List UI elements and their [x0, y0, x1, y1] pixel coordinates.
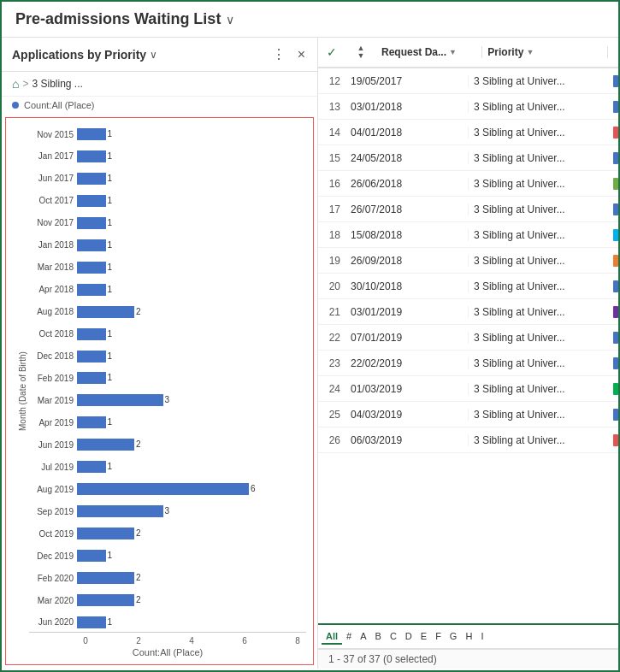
priority-indicator — [613, 127, 618, 139]
bar-fill[interactable] — [77, 150, 106, 162]
panel-actions: ⋮ × — [270, 44, 307, 64]
bar-row: Nov 20151 — [29, 125, 306, 144]
table-row[interactable]: 2207/01/20193 Sibling at Univer... — [318, 325, 618, 351]
bar-fill[interactable] — [77, 306, 134, 318]
bar-fill[interactable] — [77, 594, 134, 606]
table-row[interactable]: 2401/03/20193 Sibling at Univer... — [318, 376, 618, 402]
bar-track: 1 — [77, 262, 306, 274]
bar-fill[interactable] — [77, 372, 106, 384]
bar-fill[interactable] — [77, 416, 106, 428]
bar-fill[interactable] — [77, 394, 163, 406]
alpha-tab-g[interactable]: G — [446, 629, 462, 645]
cell-request-date: 04/03/2019 — [345, 409, 469, 421]
table-row[interactable]: 2322/02/20193 Sibling at Univer... — [318, 351, 618, 376]
bar-value-label: 2 — [136, 528, 141, 539]
table-row[interactable]: 2504/03/20193 Sibling at Univer... — [318, 402, 618, 427]
alpha-tab-e[interactable]: E — [416, 629, 431, 645]
bar-fill[interactable] — [77, 351, 106, 363]
alpha-tab-c[interactable]: C — [386, 629, 401, 645]
table-row[interactable]: 2606/03/20193 Sibling at Univer... — [318, 427, 618, 453]
alpha-tab-d[interactable]: D — [401, 629, 416, 645]
bar-label: Oct 2019 — [29, 529, 74, 539]
bar-value-label: 1 — [108, 195, 113, 207]
bar-value-label: 2 — [136, 594, 141, 606]
bar-row: Jul 20191 — [29, 457, 306, 476]
bar-track: 1 — [77, 217, 306, 229]
table-row[interactable]: 1926/09/20183 Sibling at Univer... — [318, 248, 618, 274]
bar-fill[interactable] — [77, 195, 106, 207]
table-row[interactable]: 1524/05/20183 Sibling at Univer... — [318, 145, 618, 171]
table-row[interactable]: 1303/01/20183 Sibling at Univer... — [318, 94, 618, 120]
title-bar: Pre-admissions Waiting List ∨ — [2, 2, 618, 38]
bar-fill[interactable] — [77, 128, 106, 140]
bar-label: Apr 2019 — [29, 418, 74, 427]
table-row[interactable]: 1219/05/20173 Sibling at Univer... — [318, 68, 618, 94]
alpha-tab-h[interactable]: H — [461, 629, 476, 645]
bar-fill[interactable] — [77, 483, 249, 495]
home-icon[interactable]: ⌂ — [12, 77, 19, 91]
priority-indicator — [613, 409, 618, 421]
more-options-button[interactable]: ⋮ — [270, 44, 287, 64]
check-column-header: ✓ — [318, 45, 345, 59]
bar-fill[interactable] — [77, 284, 106, 296]
status-text: 1 - 37 of 37 (0 selected) — [328, 653, 437, 665]
bar-track: 1 — [77, 372, 306, 384]
bar-row: Mar 20202 — [29, 591, 306, 610]
cell-priority: 3 Sibling at Univer... — [469, 203, 613, 215]
bar-row: Dec 20191 — [29, 546, 306, 565]
table-row[interactable]: 1815/08/20183 Sibling at Univer... — [318, 222, 618, 248]
sort-desc-icon[interactable]: ▼ — [357, 52, 365, 60]
bar-row: Jun 20171 — [29, 169, 306, 188]
alpha-tab-i[interactable]: I — [476, 629, 487, 645]
table-row[interactable]: 1626/06/20183 Sibling at Univer... — [318, 171, 618, 197]
bar-fill[interactable] — [77, 505, 163, 517]
alpha-tab-a[interactable]: A — [356, 629, 370, 645]
bar-value-label: 1 — [108, 461, 113, 473]
bar-label: Nov 2017 — [29, 218, 74, 227]
sort-buttons[interactable]: ▲ ▼ — [345, 44, 376, 60]
bar-row: Apr 20181 — [29, 280, 306, 299]
row-number: 12 — [318, 75, 345, 87]
close-panel-button[interactable]: × — [296, 45, 307, 64]
priority-sort-icon[interactable]: ▼ — [526, 48, 534, 56]
bar-track: 1 — [77, 195, 306, 207]
table-row[interactable]: 1404/01/20183 Sibling at Univer... — [318, 120, 618, 145]
bar-row: Apr 20191 — [29, 413, 306, 432]
bar-fill[interactable] — [77, 528, 134, 539]
bar-track: 1 — [77, 328, 306, 340]
bar-fill[interactable] — [77, 461, 106, 473]
chart-container: Month (Date of Birth) Nov 20151Jan 20171… — [16, 125, 306, 657]
alpha-tab-#[interactable]: # — [342, 629, 356, 645]
request-date-column-header[interactable]: Request Da... ▼ — [376, 46, 482, 58]
panel-chevron-icon[interactable]: ∨ — [150, 49, 157, 61]
bar-fill[interactable] — [77, 439, 134, 451]
priority-column-header[interactable]: Priority ▼ — [482, 46, 608, 58]
x-tick: 2 — [130, 636, 147, 645]
table-row[interactable]: 1726/07/20183 Sibling at Univer... — [318, 197, 618, 222]
breadcrumb-item[interactable]: 3 Sibling ... — [32, 78, 82, 90]
bar-label: Aug 2019 — [29, 485, 74, 494]
table-row[interactable]: 2103/01/20193 Sibling at Univer... — [318, 299, 618, 325]
bar-fill[interactable] — [77, 572, 134, 584]
bar-fill[interactable] — [77, 217, 106, 229]
bar-fill[interactable] — [77, 616, 106, 628]
bar-track: 1 — [77, 616, 306, 628]
alpha-tab-f[interactable]: F — [431, 629, 446, 645]
bar-fill[interactable] — [77, 328, 106, 340]
alpha-tab-b[interactable]: B — [371, 629, 386, 645]
bar-label: Jul 2019 — [29, 463, 74, 472]
chart-inner: Nov 20151Jan 20171Jun 20171Oct 20171Nov … — [29, 125, 306, 657]
title-chevron-icon[interactable]: ∨ — [226, 13, 234, 27]
table-row[interactable]: 2030/10/20183 Sibling at Univer... — [318, 274, 618, 299]
request-date-sort-icon[interactable]: ▼ — [449, 48, 457, 56]
x-tick: 6 — [236, 636, 253, 645]
alpha-tab-all[interactable]: All — [322, 629, 342, 645]
bar-fill[interactable] — [77, 262, 106, 274]
bar-fill[interactable] — [77, 239, 106, 251]
bar-value-label: 1 — [108, 173, 113, 185]
bar-row: Nov 20171 — [29, 214, 306, 233]
bar-value-label: 1 — [108, 616, 113, 628]
bar-value-label: 3 — [165, 394, 170, 406]
bar-fill[interactable] — [77, 173, 106, 185]
bar-fill[interactable] — [77, 550, 106, 562]
